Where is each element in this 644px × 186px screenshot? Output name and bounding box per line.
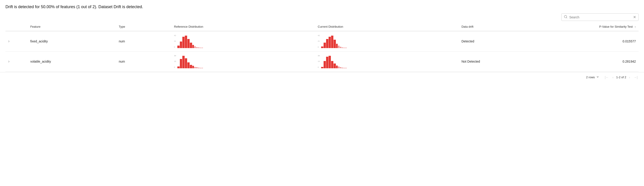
bar — [340, 47, 341, 48]
bar — [338, 66, 340, 68]
bar — [321, 46, 323, 48]
col-drift-header: Data drift — [459, 23, 536, 31]
bar — [182, 37, 184, 48]
bar — [190, 43, 192, 48]
bar — [345, 68, 347, 68]
bar — [343, 48, 345, 48]
bar — [198, 68, 200, 68]
bar — [185, 36, 187, 48]
bar — [194, 46, 196, 48]
bar — [196, 47, 198, 48]
bar — [324, 43, 326, 48]
bar — [177, 46, 180, 48]
table-row: ›volatile_aciditynum3819038190Not Detect… — [6, 51, 638, 71]
bar — [328, 56, 331, 68]
cur-dist-cell: 42210 — [315, 31, 459, 51]
bar — [200, 48, 201, 48]
pval-cell: 0.015577 — [536, 31, 638, 51]
bar — [342, 47, 343, 48]
ref-dist-cell: 38190 — [171, 51, 315, 71]
bar — [331, 36, 333, 48]
bar — [334, 40, 336, 48]
svg-line-1 — [566, 17, 567, 18]
expand-cell[interactable]: › — [6, 31, 28, 51]
bar — [177, 66, 180, 68]
bar — [192, 66, 194, 68]
drift-cell: Detected — [459, 31, 536, 51]
col-ref-header: Reference Distribution — [171, 23, 315, 31]
prev-page-btn[interactable]: ‹ — [612, 75, 614, 80]
clear-search-icon[interactable]: ✕ — [633, 15, 636, 19]
bar — [196, 67, 198, 68]
bar — [334, 63, 336, 68]
bar — [324, 61, 326, 68]
rows-per-page: 2 rows — [586, 75, 599, 79]
bar — [185, 58, 187, 68]
drift-cell: Not Detected — [459, 51, 536, 71]
bar — [190, 65, 192, 68]
last-page-btn[interactable]: →| — [633, 75, 638, 80]
rows-count-label: 2 rows — [586, 76, 595, 79]
bar — [345, 48, 347, 48]
sort-icon: ↑ — [634, 25, 636, 28]
bar — [342, 68, 343, 68]
table-footer: 2 rows |← ‹ 1-2 of 2 › →| — [0, 72, 644, 82]
bar — [343, 68, 345, 68]
bar — [338, 46, 340, 48]
expand-button[interactable]: › — [8, 59, 10, 63]
feature-cell: volatile_acidity — [28, 51, 116, 71]
cur-dist-cell: 38190 — [315, 51, 459, 71]
next-page-btn[interactable]: › — [628, 75, 631, 80]
ref-dist-cell: 42210 — [171, 31, 315, 51]
table-row: ›fixed_aciditynum4221042210Detected0.015… — [6, 31, 638, 51]
col-pval-header[interactable]: P-Value for Similarity Test ↑ — [536, 23, 638, 31]
table-header-row: Feature Type Reference Distribution Curr… — [6, 23, 638, 31]
bar-chart: 38190 — [318, 55, 456, 68]
table-body: ›fixed_aciditynum4221042210Detected0.015… — [6, 31, 638, 72]
rows-dropdown-icon[interactable] — [596, 75, 599, 79]
bar — [326, 39, 328, 48]
data-table-wrapper: Feature Type Reference Distribution Curr… — [6, 23, 638, 72]
search-icon — [564, 15, 568, 19]
bar — [340, 67, 341, 68]
bar — [328, 37, 331, 48]
page-info: 1-2 of 2 — [616, 76, 626, 79]
data-table: Feature Type Reference Distribution Curr… — [6, 23, 638, 72]
first-page-btn[interactable]: |← — [604, 75, 610, 80]
bar — [202, 68, 203, 68]
feature-cell: fixed_acidity — [28, 31, 116, 51]
col-type-header: Type — [116, 23, 171, 31]
bar — [321, 67, 323, 68]
col-expand-header — [6, 23, 28, 31]
expand-cell[interactable]: › — [6, 51, 28, 71]
bar-chart: 42210 — [174, 34, 312, 48]
bar — [326, 57, 328, 68]
search-row: ✕ — [6, 13, 638, 21]
bar — [187, 39, 190, 48]
bar — [198, 47, 200, 48]
bar — [187, 62, 190, 68]
type-cell: num — [116, 31, 171, 51]
expand-button[interactable]: › — [8, 39, 10, 43]
bar-chart: 38190 — [174, 55, 312, 68]
bar — [182, 56, 184, 68]
search-box: ✕ — [561, 13, 638, 21]
bar — [194, 67, 196, 68]
bar — [202, 48, 203, 48]
pagination: |← ‹ 1-2 of 2 › →| — [604, 75, 638, 80]
search-input[interactable] — [569, 15, 633, 19]
main-container: Drift is detected for 50.00% of features… — [0, 0, 644, 72]
pval-cell: 0.281942 — [536, 51, 638, 71]
bar — [180, 41, 182, 48]
bar — [192, 45, 194, 48]
col-cur-header: Current Distribution — [315, 23, 459, 31]
type-cell: num — [116, 51, 171, 71]
bar — [200, 68, 201, 68]
bar — [336, 44, 338, 48]
bar — [180, 59, 182, 68]
col-feature-header: Feature — [28, 23, 116, 31]
bar-chart: 42210 — [318, 34, 456, 48]
bar — [336, 66, 338, 68]
bar — [331, 61, 333, 68]
summary-text: Drift is detected for 50.00% of features… — [6, 4, 638, 9]
